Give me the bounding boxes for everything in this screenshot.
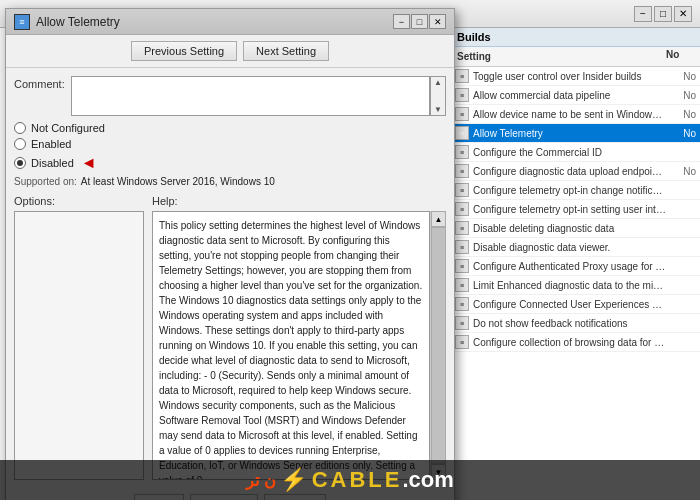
dialog-close-button[interactable]: ✕ — [429, 14, 446, 29]
setting-icon-5: ≡ — [455, 164, 469, 178]
options-section: Options: — [14, 195, 144, 480]
setting-name-0: Toggle user control over Insider builds — [473, 71, 666, 82]
comment-row: Comment: ▲ ▼ — [14, 76, 446, 116]
prev-setting-button[interactable]: Previous Setting — [131, 41, 237, 61]
setting-item-3[interactable]: ≡Allow TelemetryNo — [451, 124, 700, 143]
dialog-body: Comment: ▲ ▼ Not Configured Enabled Disa… — [6, 68, 454, 488]
options-box — [14, 211, 144, 480]
setting-item-12[interactable]: ≡Configure Connected User Experiences an… — [451, 295, 700, 314]
setting-item-10[interactable]: ≡Configure Authenticated Proxy usage for… — [451, 257, 700, 276]
help-scroll-up[interactable]: ▲ — [431, 211, 446, 227]
setting-name-12: Configure Connected User Experiences and… — [473, 299, 666, 310]
radio-not-configured[interactable]: Not Configured — [14, 122, 446, 134]
dialog-title-area: ≡ Allow Telemetry — [14, 14, 120, 30]
radio-enabled[interactable]: Enabled — [14, 138, 446, 150]
radio-area: Not Configured Enabled Disabled ◄ — [14, 122, 446, 172]
setting-name-8: Disable deleting diagnostic data — [473, 223, 666, 234]
setting-icon-0: ≡ — [455, 69, 469, 83]
help-label: Help: — [152, 195, 446, 207]
help-section: Help: This policy setting determines the… — [152, 195, 446, 480]
setting-name-6: Configure telemetry opt-in change notifi… — [473, 185, 666, 196]
setting-status-0: No — [666, 71, 696, 82]
builds-header: Builds — [451, 28, 700, 47]
setting-icon-14: ≡ — [455, 335, 469, 349]
setting-name-5: Configure diagnostic data upload endpoin… — [473, 166, 666, 177]
radio-disabled-input[interactable] — [14, 157, 26, 169]
setting-name-13: Do not show feedback notifications — [473, 318, 666, 329]
setting-status-5: No — [666, 166, 696, 177]
setting-icon-4: ≡ — [455, 145, 469, 159]
supported-row: Supported on: At least Windows Server 20… — [14, 176, 446, 187]
comment-scrollbar[interactable]: ▲ ▼ — [430, 76, 446, 116]
comment-scroll-down[interactable]: ▼ — [434, 105, 442, 114]
setting-item-8[interactable]: ≡Disable deleting diagnostic data — [451, 219, 700, 238]
builds-label: Builds — [457, 31, 491, 43]
comment-label: Comment: — [14, 78, 65, 90]
setting-name-7: Configure telemetry opt-in setting user … — [473, 204, 666, 215]
radio-not-configured-label: Not Configured — [31, 122, 105, 134]
help-content-row: This policy setting determines the highe… — [152, 211, 446, 480]
radio-not-configured-input[interactable] — [14, 122, 26, 134]
selection-arrow-icon: ◄ — [81, 154, 97, 172]
dialog-titlebar: ≡ Allow Telemetry − □ ✕ — [6, 9, 454, 35]
setting-icon-12: ≡ — [455, 297, 469, 311]
help-scrollbar[interactable]: ▲ ▼ — [430, 211, 446, 480]
settings-list: ≡Toggle user control over Insider builds… — [451, 67, 700, 352]
setting-icon-2: ≡ — [455, 107, 469, 121]
watermark-arabic: ن تر — [246, 471, 275, 490]
comment-scroll-up[interactable]: ▲ — [434, 78, 442, 87]
options-help-area: Options: Help: This policy setting deter… — [14, 195, 446, 480]
supported-label: Supported on: — [14, 176, 77, 187]
dialog-icon: ≡ — [14, 14, 30, 30]
setting-icon-11: ≡ — [455, 278, 469, 292]
settings-list-header: Setting No — [451, 47, 700, 67]
setting-item-4[interactable]: ≡Configure the Commercial ID — [451, 143, 700, 162]
setting-icon-3: ≡ — [455, 126, 469, 140]
setting-item-11[interactable]: ≡Limit Enhanced diagnostic data to the m… — [451, 276, 700, 295]
setting-item-0[interactable]: ≡Toggle user control over Insider builds… — [451, 67, 700, 86]
setting-item-5[interactable]: ≡Configure diagnostic data upload endpoi… — [451, 162, 700, 181]
watermark-overlay: ن تر ⚡ CABLE .com — [0, 460, 700, 500]
setting-item-13[interactable]: ≡Do not show feedback notifications — [451, 314, 700, 333]
radio-disabled-label: Disabled — [31, 157, 74, 169]
dialog-controls: − □ ✕ — [393, 14, 446, 29]
setting-item-9[interactable]: ≡Disable diagnostic data viewer. — [451, 238, 700, 257]
setting-icon-1: ≡ — [455, 88, 469, 102]
watermark-brand: CABLE — [312, 467, 403, 493]
setting-status-1: No — [666, 90, 696, 101]
dialog-maximize-button[interactable]: □ — [411, 14, 428, 29]
setting-icon-10: ≡ — [455, 259, 469, 273]
setting-item-7[interactable]: ≡Configure telemetry opt-in setting user… — [451, 200, 700, 219]
bg-minimize-button[interactable]: − — [634, 6, 652, 22]
dialog-title: Allow Telemetry — [36, 15, 120, 29]
setting-item-1[interactable]: ≡Allow commercial data pipelineNo — [451, 86, 700, 105]
col-setting-header: Setting — [455, 49, 666, 64]
allow-telemetry-dialog: ≡ Allow Telemetry − □ ✕ Previous Setting… — [5, 8, 455, 500]
bg-maximize-button[interactable]: □ — [654, 6, 672, 22]
radio-enabled-input[interactable] — [14, 138, 26, 150]
radio-enabled-label: Enabled — [31, 138, 71, 150]
watermark-suffix: .com — [402, 467, 453, 493]
settings-panel: Builds Setting No ≡Toggle user control o… — [450, 28, 700, 500]
setting-name-9: Disable diagnostic data viewer. — [473, 242, 666, 253]
radio-disabled[interactable]: Disabled ◄ — [14, 154, 446, 172]
setting-item-6[interactable]: ≡Configure telemetry opt-in change notif… — [451, 181, 700, 200]
dialog-toolbar: Previous Setting Next Setting — [6, 35, 454, 68]
setting-name-2: Allow device name to be sent in Windows … — [473, 109, 666, 120]
setting-name-14: Configure collection of browsing data fo… — [473, 337, 666, 348]
setting-status-2: No — [666, 109, 696, 120]
dialog-icon-char: ≡ — [19, 17, 24, 27]
dialog-minimize-button[interactable]: − — [393, 14, 410, 29]
setting-name-3: Allow Telemetry — [473, 128, 666, 139]
setting-icon-8: ≡ — [455, 221, 469, 235]
setting-icon-6: ≡ — [455, 183, 469, 197]
supported-value: At least Windows Server 2016, Windows 10 — [81, 176, 275, 187]
help-scroll-thumb[interactable] — [431, 227, 446, 464]
setting-item-2[interactable]: ≡Allow device name to be sent in Windows… — [451, 105, 700, 124]
help-text-area[interactable]: This policy setting determines the highe… — [152, 211, 430, 480]
bg-close-button[interactable]: ✕ — [674, 6, 692, 22]
comment-input[interactable] — [71, 76, 430, 116]
next-setting-button[interactable]: Next Setting — [243, 41, 329, 61]
setting-item-14[interactable]: ≡Configure collection of browsing data f… — [451, 333, 700, 352]
setting-status-3: No — [666, 128, 696, 139]
